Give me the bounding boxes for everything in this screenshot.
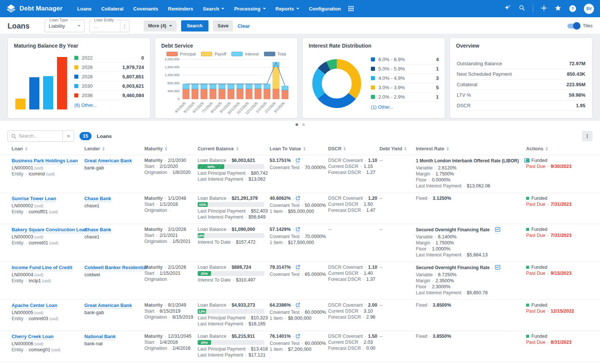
app-brand[interactable]: Debt Manager xyxy=(6,4,63,13)
detail-line: Variable·2.6120% xyxy=(416,166,521,171)
nav-item-configuration[interactable]: Configuration xyxy=(304,6,346,12)
column-header-interest-rate[interactable]: Interest Rate xyxy=(416,146,526,151)
lender-link[interactable]: Great American Bank xyxy=(84,303,132,309)
detail-line: Last Interest Payment·$5,684.13 xyxy=(416,253,521,258)
nav-item-reports[interactable]: Reports xyxy=(271,6,304,12)
table-options-kebab-icon[interactable]: ⋮ xyxy=(582,131,592,141)
nav-item-covenants[interactable]: Covenants xyxy=(128,6,163,12)
loan-name-link[interactable]: Sunrise Tower Loan xyxy=(12,196,56,202)
legend-value: 4 xyxy=(436,57,439,62)
loan-name-link[interactable]: Income Fund Line of Credit xyxy=(12,265,72,271)
column-header-maturity[interactable]: Maturity xyxy=(144,146,198,151)
cell-lender: Coldwell Banker Residentialcoldwel xyxy=(84,265,144,279)
progress-bar: 13% xyxy=(198,309,264,314)
column-header-loan-to-value[interactable]: Loan To Value xyxy=(270,146,328,151)
search-clear-icon[interactable]: × xyxy=(63,131,74,141)
lender-link[interactable]: Chase Bank xyxy=(84,196,111,202)
loan-name-link[interactable]: Bakery Square Construction Loan xyxy=(12,227,87,233)
cell-lender: Great American Bankbank-gab xyxy=(84,303,144,316)
funded-status-icon xyxy=(526,197,529,200)
detail-line: Current DSCR·1.50 xyxy=(328,202,374,207)
tiles-toggle[interactable] xyxy=(567,24,580,28)
sort-icon xyxy=(25,147,27,151)
detail-line: Margin·1.7500% xyxy=(416,172,521,177)
nav-item-collateral[interactable]: Collateral xyxy=(96,6,128,12)
detail-line: bank-nat xyxy=(84,342,139,346)
detail-line: Floor·0.0000% xyxy=(416,178,521,183)
cell-dscr: DSCR Covenant·1.20Current DSCR·1.50Forec… xyxy=(328,196,380,214)
loan-entity-kebab-icon[interactable]: ⋮ xyxy=(120,20,129,32)
more-filters-button[interactable]: More (4) xyxy=(144,20,177,31)
column-header-actions[interactable]: Actions xyxy=(526,146,588,151)
detail-line: chase1 xyxy=(84,204,139,208)
column-label: Loan To Value xyxy=(270,146,301,151)
nav-item-processing[interactable]: Processing xyxy=(229,6,270,12)
overview-label: Collateral xyxy=(457,82,477,87)
carousel-dot-1[interactable] xyxy=(296,123,298,126)
detail-line: Margin·2.3500% xyxy=(416,279,521,283)
lender-link[interactable]: Coldwell Banker Residential xyxy=(84,265,147,271)
external-link-icon[interactable] xyxy=(296,334,300,340)
help-icon[interactable]: ? xyxy=(569,5,576,12)
add-icon[interactable] xyxy=(541,5,547,12)
lender-link[interactable]: National Bank xyxy=(84,334,116,340)
sparkle-icon[interactable] xyxy=(504,4,511,13)
detail-line: -- xyxy=(380,334,411,339)
detail-line: Forecast DSCR·1.37 xyxy=(328,277,374,282)
loan-name-link[interactable]: Cherry Creek Loan xyxy=(12,334,54,340)
column-header-debt-yield[interactable]: Debt Yield xyxy=(380,146,416,151)
funded-status: Funded xyxy=(526,265,583,270)
column-header-current-balance[interactable]: Current Balance xyxy=(198,146,270,151)
detail-line: Loan Balance·$889,724 xyxy=(198,265,264,270)
user-avatar[interactable]: SV xyxy=(584,4,594,14)
search-icon[interactable] xyxy=(519,5,525,12)
save-button[interactable]: Save xyxy=(213,20,233,31)
column-header-dscr[interactable]: DSCR xyxy=(328,146,380,151)
legend-swatch xyxy=(166,52,178,56)
detail-line: 1 Item·$17,500,000 xyxy=(270,240,323,245)
search-input[interactable] xyxy=(19,133,63,139)
detail-line: -- xyxy=(380,227,411,232)
external-link-icon[interactable] xyxy=(296,196,300,202)
external-link-icon[interactable] xyxy=(296,265,300,271)
external-link-icon[interactable] xyxy=(296,303,300,309)
external-link-icon[interactable] xyxy=(296,158,300,164)
nav-item-search[interactable]: Search xyxy=(198,6,229,12)
overview-value: 1.95 xyxy=(576,103,585,108)
rate-chart-icon[interactable] xyxy=(495,227,500,234)
detail-line: Last Interest Payment·$13,062.06 xyxy=(416,184,521,189)
loan-entity-field[interactable]: Loan Entity ... ⋮ xyxy=(89,20,129,32)
search-button[interactable]: Search xyxy=(181,20,209,31)
cell-loan-to-value: 79.3147%·Covenant Test·65.0000% xyxy=(270,265,328,278)
funded-status-icon xyxy=(526,335,529,338)
clear-button[interactable]: Clear xyxy=(237,23,250,29)
external-link-icon[interactable] xyxy=(296,227,300,233)
cell-current-balance: Loan Balance·$6,003,62140%Last Principal… xyxy=(198,158,270,183)
detail-line: Last Interest Payment·$13,062 xyxy=(198,177,264,182)
other-link[interactable]: (1) Other... xyxy=(371,105,393,110)
loan-name-link[interactable]: Apache Center Loan xyxy=(12,303,57,309)
legend-swatch xyxy=(371,85,375,90)
page-title: Loans xyxy=(8,22,30,30)
column-header-lender[interactable]: Lender xyxy=(84,146,144,151)
lender-link[interactable]: Great American Bank xyxy=(84,158,132,164)
loan-type-select[interactable]: Loan Type Liability xyxy=(45,20,85,32)
detail-line: Loan Balance·$6,003,621 xyxy=(198,158,264,163)
sort-icon xyxy=(404,147,406,151)
cell-maturity: Maturity·2/1/2026Start·2/1/2021Originati… xyxy=(144,227,198,245)
other-link[interactable]: (6) Other... xyxy=(74,103,97,108)
overview-row: Next Scheduled Payment850.43K xyxy=(456,69,586,79)
loan-name-link[interactable]: Business Park Holdings Loan xyxy=(12,158,78,164)
detail-line: Loan Balance·$5,215,911 xyxy=(198,334,264,339)
nav-item-reminders[interactable]: Reminders xyxy=(163,6,198,12)
card-title: Debt Service xyxy=(161,43,291,49)
rate-chart-icon[interactable] xyxy=(495,265,500,271)
nav-divider xyxy=(533,5,533,12)
carousel-dot-2[interactable] xyxy=(302,123,305,126)
overview-label: LTV % xyxy=(457,92,471,98)
apps-grid-icon[interactable] xyxy=(348,6,354,12)
lender-link[interactable]: Chase Bank xyxy=(84,227,111,233)
nav-item-loans[interactable]: Loans xyxy=(72,6,96,12)
favorites-star-icon[interactable] xyxy=(555,5,561,13)
column-header-loan[interactable]: Loan xyxy=(12,146,84,151)
